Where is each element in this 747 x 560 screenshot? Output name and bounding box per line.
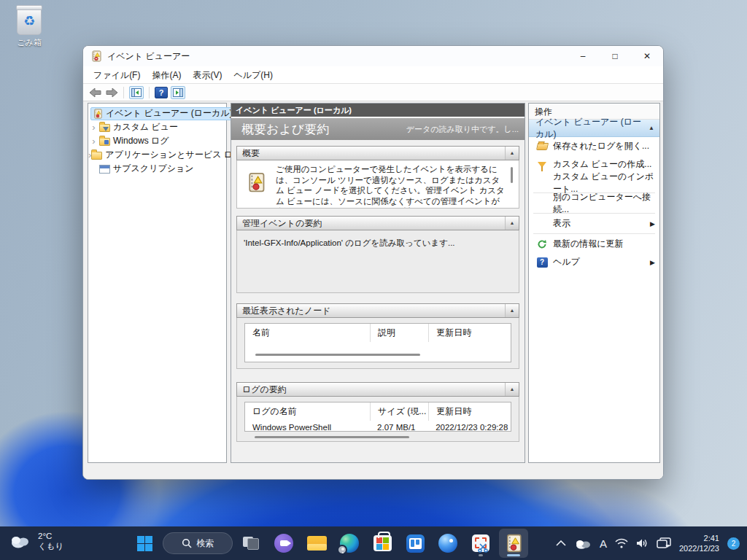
expander-icon[interactable]: › [88, 136, 99, 146]
admin-summary-content: 'Intel-GFX-Info/Application' のログを読み取っていま… [236, 230, 519, 293]
event-viewer-icon [246, 170, 266, 195]
boards-app-button[interactable] [400, 529, 430, 558]
menu-action[interactable]: 操作(A) [146, 66, 187, 84]
edge-profile-avatar [337, 545, 347, 555]
page-title: 概要および要約 [241, 121, 406, 138]
tree-item-windows-logs[interactable]: › Windows ログ [88, 134, 226, 148]
forward-icon[interactable] [105, 88, 118, 98]
horizontal-scrollbar-thumb[interactable] [255, 354, 420, 356]
store-icon [374, 535, 392, 551]
wifi-icon[interactable] [615, 538, 628, 548]
column-modified[interactable]: 更新日時 [428, 402, 511, 421]
admin-summary-header[interactable]: 管理イベントの要約 ▲ [236, 216, 519, 230]
blue-sphere-app-button[interactable] [433, 529, 462, 558]
media-share-icon[interactable] [657, 537, 671, 549]
tray-overflow-chevron-icon[interactable] [556, 540, 566, 546]
menu-file[interactable]: ファイル(F) [88, 66, 146, 84]
section-admin-summary: 管理イベントの要約 ▲ 'Intel-GFX-Info/Application'… [236, 216, 519, 293]
ime-mode-indicator[interactable]: A [600, 537, 607, 550]
widgets-button[interactable]: 2°C くもり [9, 531, 63, 551]
tree-item-app-service-logs[interactable]: › アプリケーションとサービス ログ [88, 148, 226, 162]
store-button[interactable] [368, 529, 397, 558]
windows-logo-icon [137, 536, 152, 551]
help-icon[interactable]: ? [155, 87, 168, 98]
event-viewer-icon [90, 50, 102, 62]
collapse-icon[interactable]: ▲ [505, 147, 519, 160]
action-pane-toggle-icon[interactable] [171, 86, 185, 99]
action-refresh[interactable]: 最新の情報に更新 [529, 235, 659, 253]
open-folder-icon [535, 141, 549, 152]
taskbar-clock[interactable]: 2:41 2022/12/23 [679, 533, 719, 553]
action-view[interactable]: 表示 ▶ [529, 214, 659, 233]
action-help[interactable]: ? ヘルプ ▶ [529, 253, 659, 271]
file-explorer-button[interactable] [302, 529, 331, 558]
recycle-bin[interactable]: ♻ ごみ箱 [9, 7, 50, 48]
section-recent-nodes: 最近表示されたノード ▲ 名前 説明 更新日時 [236, 303, 519, 369]
recent-nodes-header[interactable]: 最近表示されたノード ▲ [236, 303, 519, 318]
snipping-tool-button[interactable] [466, 529, 495, 558]
refresh-icon [535, 238, 549, 250]
menu-help[interactable]: ヘルプ(H) [228, 66, 279, 84]
tree-item-root[interactable]: イベント ビューアー (ローカル) [88, 106, 226, 120]
column-size[interactable]: サイズ (現... [370, 402, 428, 421]
action-open-saved-log[interactable]: 保存されたログを開く... [529, 137, 659, 155]
system-tray: A 2:41 2022/12/23 2 [556, 526, 740, 560]
tree-item-custom-views[interactable]: › カスタム ビュー [88, 120, 226, 134]
column-modified[interactable]: 更新日時 [428, 324, 511, 342]
log-summary-header[interactable]: ログの要約 ▲ [236, 382, 519, 397]
back-icon[interactable] [89, 88, 102, 98]
collapse-icon[interactable]: ▲ [505, 304, 519, 317]
tree-root-label: イベント ビューアー (ローカル) [106, 107, 232, 120]
column-name[interactable]: 名前 [245, 327, 370, 339]
column-description[interactable]: 説明 [370, 324, 428, 342]
chat-icon [274, 534, 293, 553]
loading-status: データの読み取り中です。し... [406, 124, 519, 135]
weather-cloud-icon [9, 533, 32, 549]
minimize-button[interactable]: – [567, 46, 599, 66]
console-tree-toggle-icon[interactable] [129, 86, 144, 99]
title-bar[interactable]: イベント ビューアー – □ ✕ [83, 46, 663, 66]
collapse-icon[interactable]: ▲ [505, 383, 519, 396]
page-title-bar: 概要および要約 データの読み取り中です。し... [231, 118, 525, 140]
collapse-icon[interactable]: ▲ [649, 125, 654, 131]
snipping-tool-icon [472, 534, 489, 552]
windows-logs-folder-icon [99, 138, 110, 146]
maximize-button[interactable]: □ [599, 46, 631, 66]
action-connect-to-computer[interactable]: 別のコンピューターへ接続... [529, 194, 659, 212]
actions-group-header[interactable]: イベント ビューアー (ローカル) ▲ [529, 120, 659, 137]
table-header-row: 名前 説明 更新日時 [245, 324, 511, 342]
start-button[interactable] [130, 529, 159, 558]
collapse-icon[interactable]: ▲ [505, 217, 519, 230]
edge-button[interactable] [335, 529, 364, 558]
tree-item-subscriptions[interactable]: サブスクリプション [88, 162, 226, 176]
recent-nodes-table: 名前 説明 更新日時 [244, 323, 511, 362]
actions-pane: 操作 イベント ビューアー (ローカル) ▲ 保存されたログを開く... カスタ… [528, 103, 660, 463]
console-content: イベント ビューアー (ローカル) › カスタム ビュー › Windows ロ… [83, 101, 663, 479]
onedrive-icon[interactable] [574, 538, 592, 549]
expander-icon[interactable]: › [88, 122, 99, 132]
weather-condition: くもり [38, 541, 63, 551]
action-import-custom-view[interactable]: カスタム ビューのインポート... [529, 174, 659, 192]
column-log-name[interactable]: ログの名前 [245, 405, 370, 418]
close-button[interactable]: ✕ [631, 46, 663, 66]
event-viewer-taskbar-button[interactable] [499, 529, 528, 558]
overview-content: ご使用のコンピューターで発生したイベントを表示するには、コンソール ツリーで適切… [236, 160, 519, 209]
admin-summary-status: 'Intel-GFX-Info/Application' のログを読み取っていま… [244, 238, 455, 247]
overview-header[interactable]: 概要 ▲ [236, 146, 519, 160]
horizontal-scrollbar-thumb[interactable] [255, 436, 409, 438]
menu-view[interactable]: 表示(V) [187, 66, 228, 84]
overview-text: ご使用のコンピューターで発生したイベントを表示するには、コンソール ツリーで適切… [276, 164, 506, 208]
table-row[interactable]: Windows PowerShell 2.07 MB/1 2022/12/23 … [245, 421, 511, 432]
task-view-button[interactable] [236, 529, 266, 558]
summary-body: 概要 ▲ ご使用のコンピューターで発生したイベントを表示するには、コンソール ツ… [231, 140, 525, 462]
actions-separator [533, 233, 655, 234]
search-button[interactable]: 検索 [163, 532, 233, 554]
overview-scrollbar-thumb[interactable] [511, 167, 513, 183]
active-indicator [507, 554, 520, 556]
volume-icon[interactable] [636, 538, 649, 548]
chat-button[interactable] [269, 529, 298, 558]
console-tree-pane: イベント ビューアー (ローカル) › カスタム ビュー › Windows ロ… [88, 103, 227, 463]
log-summary-content: ログの名前 サイズ (現... 更新日時 Windows PowerShell … [236, 397, 519, 442]
taskbar: 2°C くもり 検索 [0, 526, 747, 560]
notification-badge[interactable]: 2 [727, 537, 740, 550]
